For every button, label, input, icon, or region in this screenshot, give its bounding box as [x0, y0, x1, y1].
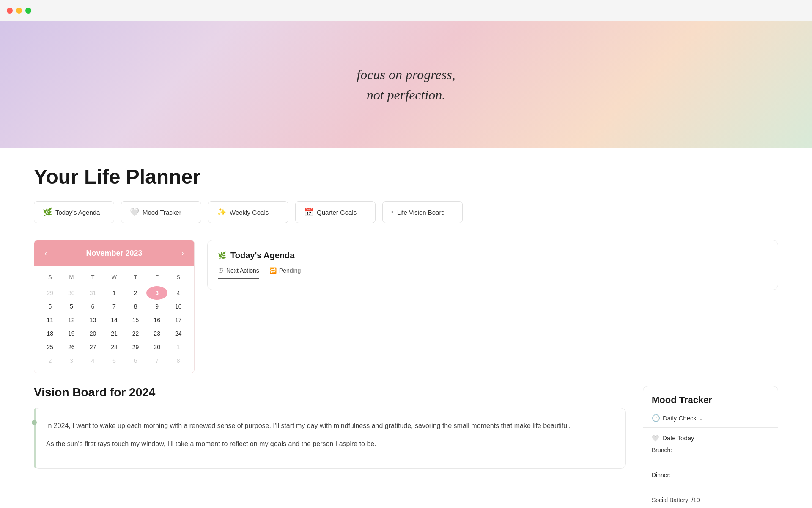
cal-cell[interactable]: 18 — [39, 327, 61, 340]
pending-icon: 🔁 — [269, 267, 277, 274]
calendar-grid: 29 30 31 1 2 3 4 5 5 6 7 8 9 10 — [39, 286, 189, 367]
cal-cell[interactable]: 17 — [167, 313, 189, 327]
maximize-button[interactable] — [25, 8, 31, 14]
cal-cell[interactable]: 6 — [125, 354, 146, 367]
cal-cell[interactable]: 22 — [125, 327, 146, 340]
day-label-fri: F — [146, 271, 168, 283]
tab-pending[interactable]: 🔁 Pending — [269, 267, 301, 279]
page-title: Your Life Planner — [34, 165, 778, 188]
cal-cell[interactable]: 31 — [82, 286, 104, 300]
agenda-icon: 🌿 — [218, 251, 226, 260]
mood-rows: Brunch: Dinner: Social Battery: /10 Slee… — [652, 447, 769, 508]
cal-cell[interactable]: 19 — [61, 327, 82, 340]
calendar-days-header: S M T W T F S — [39, 271, 189, 283]
calendar-month-year: November 2023 — [86, 249, 142, 258]
social-battery-label: Social Battery: /10 — [652, 497, 769, 503]
daily-check-row[interactable]: 🕐 Daily Check ⌄ — [643, 411, 778, 428]
tab-next-actions[interactable]: ⏱ Next Actions — [218, 267, 259, 279]
minimize-button[interactable] — [16, 8, 22, 14]
day-label-thu: T — [125, 271, 146, 283]
agenda-tabs: ⏱ Next Actions 🔁 Pending — [218, 267, 768, 279]
mood-divider — [652, 488, 769, 488]
calendar-header: ‹ November 2023 › — [34, 240, 194, 266]
dinner-label: Dinner: — [652, 472, 769, 478]
calendar-next-button[interactable]: › — [178, 247, 187, 260]
nav-weekly-goals[interactable]: ✨ Weekly Goals — [208, 201, 288, 223]
next-actions-label: Next Actions — [226, 267, 259, 274]
cal-cell[interactable]: 4 — [167, 286, 189, 300]
cal-cell[interactable]: 13 — [82, 313, 104, 327]
cal-cell[interactable]: 30 — [61, 286, 82, 300]
pending-label: Pending — [279, 267, 301, 274]
cal-cell[interactable]: 14 — [104, 313, 125, 327]
mood-table-icon: 🤍 — [652, 435, 659, 442]
cal-cell[interactable]: 3 — [61, 354, 82, 367]
cal-cell[interactable]: 9 — [146, 300, 168, 313]
vision-column: Vision Board for 2024 In 2024, I want to… — [34, 386, 626, 508]
cal-cell[interactable]: 20 — [82, 327, 104, 340]
cal-cell[interactable]: 30 — [146, 340, 168, 354]
cal-cell[interactable]: 26 — [61, 340, 82, 354]
mood-header: Mood Tracker — [643, 386, 778, 411]
cal-cell[interactable]: 1 — [104, 286, 125, 300]
cal-cell[interactable]: 21 — [104, 327, 125, 340]
cal-cell[interactable]: 29 — [125, 340, 146, 354]
cal-cell[interactable]: 15 — [125, 313, 146, 327]
cal-cell[interactable]: 6 — [82, 300, 104, 313]
vision-card: In 2024, I want to wake up each morning … — [34, 408, 626, 469]
cal-cell[interactable]: 2 — [125, 286, 146, 300]
calendar-prev-button[interactable]: ‹ — [41, 247, 50, 260]
day-label-sun: S — [39, 271, 61, 283]
cal-cell[interactable]: 25 — [39, 340, 61, 354]
hero-quote: focus on progress, not perfection. — [357, 64, 455, 105]
cal-cell[interactable]: 24 — [167, 327, 189, 340]
next-actions-icon: ⏱ — [218, 267, 224, 274]
cal-cell[interactable]: 5 — [104, 354, 125, 367]
cal-cell[interactable]: 7 — [104, 300, 125, 313]
cal-cell[interactable]: 5 — [61, 300, 82, 313]
cal-cell[interactable]: 5 — [39, 300, 61, 313]
todays-agenda-icon: 🌿 — [43, 207, 52, 217]
hero-quote-line1: focus on progress, — [357, 64, 455, 85]
cal-cell[interactable]: 23 — [146, 327, 168, 340]
bottom-section: Vision Board for 2024 In 2024, I want to… — [34, 386, 778, 508]
agenda-column: 🌿 Today's Agenda ⏱ Next Actions 🔁 Pendin… — [207, 240, 778, 373]
cal-cell[interactable]: 4 — [82, 354, 104, 367]
mood-tracker-title: Mood Tracker — [652, 395, 712, 406]
main-content: Your Life Planner 🌿 Today's Agenda 🤍 Moo… — [0, 148, 812, 508]
cal-cell[interactable]: 8 — [167, 354, 189, 367]
cal-cell[interactable]: 1 — [167, 340, 189, 354]
life-vision-board-icon: ▪ — [391, 208, 394, 216]
cal-cell[interactable]: 29 — [39, 286, 61, 300]
cal-cell[interactable]: 12 — [61, 313, 82, 327]
life-vision-board-label: Life Vision Board — [397, 209, 445, 216]
calendar-widget: ‹ November 2023 › S M T W T F S — [34, 240, 195, 373]
daily-check-icon: 🕐 — [652, 414, 660, 422]
cal-cell[interactable]: 8 — [125, 300, 146, 313]
cal-cell[interactable]: 11 — [39, 313, 61, 327]
close-button[interactable] — [7, 8, 13, 14]
cal-cell[interactable]: 28 — [104, 340, 125, 354]
agenda-widget: 🌿 Today's Agenda ⏱ Next Actions 🔁 Pendin… — [207, 240, 778, 290]
nav-todays-agenda[interactable]: 🌿 Today's Agenda — [34, 201, 114, 223]
vision-dot — [32, 420, 37, 425]
nav-buttons: 🌿 Today's Agenda 🤍 Mood Tracker ✨ Weekly… — [34, 201, 778, 223]
cal-cell[interactable]: 27 — [82, 340, 104, 354]
calendar-body: S M T W T F S 29 30 31 1 2 — [34, 266, 194, 373]
cal-cell[interactable]: 2 — [39, 354, 61, 367]
cal-cell[interactable]: 7 — [146, 354, 168, 367]
nav-quarter-goals[interactable]: 📅 Quarter Goals — [295, 201, 376, 223]
day-label-mon: M — [61, 271, 82, 283]
cal-cell-today[interactable]: 3 — [146, 286, 168, 300]
agenda-header: 🌿 Today's Agenda — [218, 251, 768, 260]
nav-life-vision-board[interactable]: ▪ Life Vision Board — [382, 201, 463, 223]
weekly-goals-label: Weekly Goals — [230, 209, 269, 216]
top-section: ‹ November 2023 › S M T W T F S — [34, 240, 778, 373]
cal-cell[interactable]: 16 — [146, 313, 168, 327]
weekly-goals-icon: ✨ — [217, 207, 226, 217]
nav-mood-tracker[interactable]: 🤍 Mood Tracker — [121, 201, 201, 223]
vision-text-1: In 2024, I want to wake up each morning … — [46, 420, 614, 431]
hero-quote-line2: not perfection. — [357, 85, 455, 105]
daily-check-label: Daily Check — [663, 414, 697, 422]
cal-cell[interactable]: 10 — [167, 300, 189, 313]
